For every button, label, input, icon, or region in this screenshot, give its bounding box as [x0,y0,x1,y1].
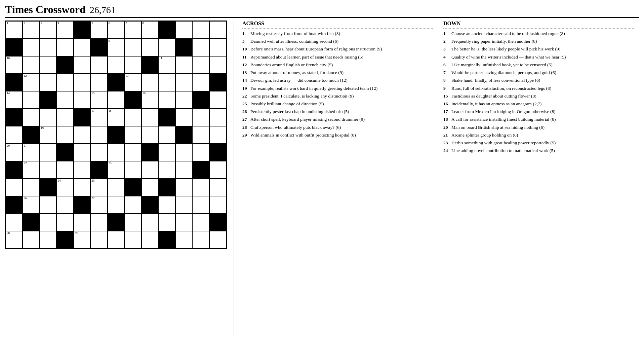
cell-11-2[interactable] [40,214,56,231]
cell-9-0[interactable] [6,179,23,196]
cell-12-11[interactable] [192,231,209,249]
cell-11-3[interactable] [56,214,73,231]
cell-8-7[interactable] [124,161,141,179]
cell-0-5[interactable]: 5 [90,21,107,39]
cell-2-7[interactable] [124,56,141,74]
cell-9-5[interactable]: 25 [90,179,107,196]
cell-3-10[interactable] [175,74,192,91]
cell-10-11[interactable] [192,196,209,214]
cell-2-10[interactable] [175,56,192,74]
cell-2-1[interactable] [23,56,39,74]
cell-2-12[interactable] [209,56,226,74]
cell-7-1[interactable]: 21 [23,144,39,161]
cell-0-11[interactable] [192,21,209,39]
cell-2-0[interactable]: 10 [6,56,23,74]
cell-5-7[interactable] [124,109,141,126]
cell-4-5[interactable]: 15 [90,91,107,109]
cell-8-12[interactable] [209,161,226,179]
cell-4-4[interactable] [74,91,90,109]
cell-1-11[interactable] [192,39,209,56]
cell-5-8[interactable] [142,109,158,126]
cell-11-8[interactable] [142,214,158,231]
cell-7-4[interactable] [74,144,90,161]
cell-5-11[interactable] [192,109,209,126]
cell-3-1[interactable]: 12 [23,74,39,91]
cell-11-4[interactable] [74,214,90,231]
cell-8-3[interactable] [56,161,73,179]
cell-7-6[interactable] [108,144,124,161]
cell-2-11[interactable] [192,56,209,74]
cell-8-9[interactable] [158,161,175,179]
cell-3-5[interactable] [90,74,107,91]
cell-9-10[interactable] [175,179,192,196]
cell-6-0[interactable] [6,126,23,144]
cell-4-12[interactable] [209,91,226,109]
cell-2-9[interactable]: 11 [158,56,175,74]
cell-6-4[interactable] [74,126,90,144]
cell-9-11[interactable] [192,179,209,196]
cell-0-0[interactable]: 1 [6,21,23,39]
cell-6-7[interactable] [124,126,141,144]
cell-6-8[interactable] [142,126,158,144]
cell-2-4[interactable] [74,56,90,74]
cell-3-7[interactable]: 13 [124,74,141,91]
cell-0-3[interactable]: 4 [56,21,73,39]
cell-10-7[interactable] [124,196,141,214]
cell-2-6[interactable] [108,56,124,74]
cell-7-9[interactable] [158,144,175,161]
cell-1-4[interactable] [74,39,90,56]
cell-5-10[interactable] [175,109,192,126]
cell-3-4[interactable] [74,74,90,91]
cell-2-2[interactable] [40,56,56,74]
cell-10-2[interactable] [40,196,56,214]
cell-0-12[interactable] [209,21,226,39]
cell-9-4[interactable] [74,179,90,196]
cell-10-5[interactable]: 27 [90,196,107,214]
cell-2-5[interactable] [90,56,107,74]
cell-1-7[interactable] [124,39,141,56]
cell-8-8[interactable] [142,161,158,179]
cell-7-10[interactable] [175,144,192,161]
cell-4-3[interactable] [56,91,73,109]
cell-7-5[interactable] [90,144,107,161]
cell-9-6[interactable] [108,179,124,196]
cell-9-12[interactable] [209,179,226,196]
cell-12-12[interactable] [209,231,226,249]
cell-8-4[interactable] [74,161,90,179]
cell-4-9[interactable] [158,91,175,109]
cell-10-10[interactable] [175,196,192,214]
cell-5-12[interactable] [209,109,226,126]
cell-6-2[interactable]: 19 [40,126,56,144]
cell-10-1[interactable]: 26 [23,196,39,214]
cell-10-9[interactable] [158,196,175,214]
cell-4-6[interactable] [108,91,124,109]
cell-10-3[interactable] [56,196,73,214]
cell-11-0[interactable] [6,214,23,231]
cell-1-8[interactable] [142,39,158,56]
cell-0-10[interactable] [175,21,192,39]
cell-10-6[interactable] [108,196,124,214]
cell-12-0[interactable]: 28 [6,231,23,249]
cell-1-1[interactable] [23,39,39,56]
cell-12-7[interactable] [124,231,141,249]
cell-1-2[interactable] [40,39,56,56]
cell-12-1[interactable] [23,231,39,249]
cell-4-0[interactable]: 14 [6,91,23,109]
cell-1-9[interactable] [158,39,175,56]
cell-12-6[interactable] [108,231,124,249]
cell-11-5[interactable] [90,214,107,231]
cell-8-1[interactable]: 22 [23,161,39,179]
cell-6-11[interactable] [192,126,209,144]
cell-8-6[interactable]: 23 [108,161,124,179]
cell-7-2[interactable] [40,144,56,161]
cell-6-3[interactable] [56,126,73,144]
cell-5-5[interactable]: 17 [90,109,107,126]
cell-12-4[interactable]: 29 [74,231,90,249]
cell-3-11[interactable] [192,74,209,91]
cell-6-12[interactable] [209,126,226,144]
cell-1-3[interactable] [56,39,73,56]
cell-0-8[interactable]: 8 [142,21,158,39]
cell-8-10[interactable] [175,161,192,179]
cell-12-10[interactable] [175,231,192,249]
cell-9-1[interactable] [23,179,39,196]
